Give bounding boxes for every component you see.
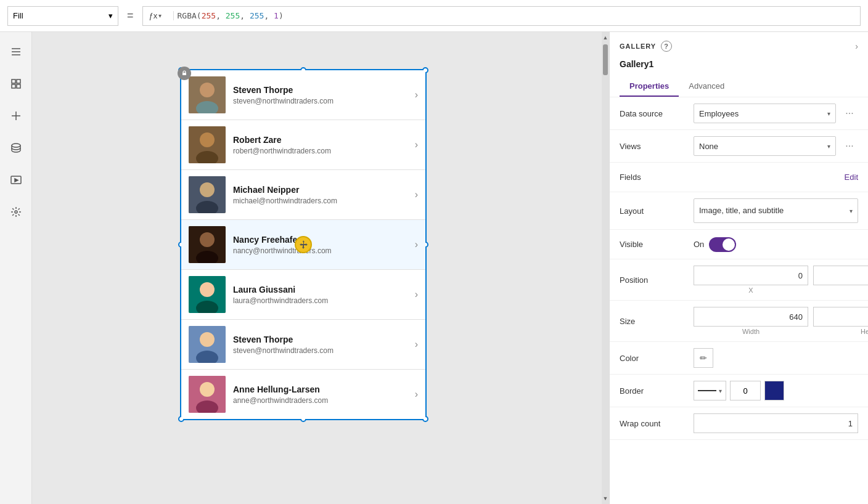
size-height-group: Height (813, 307, 868, 335)
scroll-down-arrow[interactable]: ▼ (602, 493, 609, 504)
sidebar-hamburger[interactable] (6, 42, 26, 62)
border-control: ▾ (694, 381, 858, 400)
panel-gallery-name: Gallery1 (620, 59, 858, 69)
gallery-item[interactable]: Robert Zare robert@northwindtraders.com … (181, 120, 425, 170)
svg-point-28 (200, 282, 215, 297)
sidebar-media[interactable] (6, 170, 26, 190)
item-email: robert@northwindtraders.com (233, 147, 410, 155)
gallery-widget[interactable]: Steven Thorpe steven@northwindtraders.co… (180, 69, 427, 420)
border-style-select[interactable]: ▾ (694, 381, 726, 400)
item-email: nancy@northwindtraders.com (233, 246, 410, 255)
svg-rect-4 (17, 79, 20, 83)
visible-label: Visible (620, 240, 694, 249)
panel-header: GALLERY ? › Gallery1 Properties Advanced (610, 32, 868, 97)
panel-collapse-button[interactable]: › (855, 41, 858, 51)
visible-toggle[interactable] (709, 237, 736, 252)
item-name: Laura Giussani (233, 285, 410, 295)
item-info: Steven Thorpe steven@northwindtraders.co… (233, 85, 410, 105)
sidebar-database[interactable] (6, 138, 26, 158)
panel-title-row: GALLERY ? › (620, 41, 858, 52)
fields-control: Edit (694, 173, 858, 182)
data-source-more[interactable]: ··· (841, 105, 858, 122)
item-avatar (189, 126, 226, 163)
border-color-swatch[interactable] (764, 381, 784, 400)
color-swatch[interactable]: ✏ (694, 348, 713, 368)
wrap-count-control (694, 413, 858, 433)
equals-sign: = (123, 9, 137, 22)
layout-select[interactable]: Image, title, and subtitle ▾ (694, 198, 858, 223)
gallery-item[interactable]: Steven Thorpe steven@northwindtraders.co… (181, 70, 425, 120)
fx-label: ƒx ▾ (149, 11, 174, 20)
sidebar-tools[interactable] (6, 202, 26, 222)
formula-text: RGBA(255, 255, 255, 1) (178, 11, 284, 20)
wrap-count-input[interactable] (694, 413, 858, 433)
size-height-label: Height (813, 328, 868, 335)
svg-point-16 (200, 83, 215, 97)
layout-chevron: ▾ (850, 208, 853, 214)
position-x-input[interactable] (694, 266, 808, 285)
item-avatar (189, 376, 226, 413)
tab-properties[interactable]: Properties (620, 76, 679, 97)
item-chevron-icon: › (415, 239, 418, 250)
layout-label: Layout (620, 206, 694, 216)
sidebar-layers[interactable] (6, 74, 26, 94)
views-label: Views (620, 142, 694, 151)
panel-title: GALLERY ? (620, 41, 672, 52)
panel-body: Data source Employees ▾ ··· Views None ▾ (610, 97, 868, 504)
gallery-item[interactable]: Steven Thorpe steven@northwindtraders.co… (181, 320, 425, 370)
gallery-item[interactable]: Michael Neipper michael@northwindtraders… (181, 170, 425, 220)
svg-point-12 (15, 211, 17, 213)
item-chevron-icon: › (415, 289, 418, 300)
canvas-area[interactable]: Steven Thorpe steven@northwindtraders.co… (32, 32, 609, 504)
panel-title-text: GALLERY (620, 43, 656, 50)
panel-help-button[interactable]: ? (661, 41, 672, 52)
views-more[interactable]: ··· (841, 137, 858, 155)
position-y-input[interactable] (813, 266, 868, 285)
right-panel: GALLERY ? › Gallery1 Properties Advanced (609, 32, 868, 504)
border-width-input[interactable] (730, 381, 761, 400)
lock-icon[interactable] (178, 67, 191, 80)
item-info: Nancy Freehafer nancy@northwindtraders.c… (233, 235, 410, 255)
svg-rect-3 (12, 79, 15, 83)
size-height-input[interactable] (813, 307, 868, 327)
wrap-count-label: Wrap count (620, 419, 694, 428)
prop-position: Position X Y (610, 259, 868, 301)
views-value: None (699, 142, 718, 151)
size-width-label: Width (694, 328, 808, 335)
canvas-scrollbar[interactable]: ▲ ▼ (602, 32, 609, 504)
views-control: None ▾ ··· (694, 136, 858, 156)
item-chevron-icon: › (415, 139, 418, 150)
scroll-up-arrow[interactable]: ▲ (602, 32, 609, 43)
fill-chevron: ▾ (108, 11, 113, 20)
gallery-item[interactable]: Nancy Freehafer nancy@northwindtraders.c… (181, 220, 425, 270)
fill-label: Fill (13, 11, 23, 20)
item-info: Laura Giussani laura@northwindtraders.co… (233, 285, 410, 305)
item-avatar (189, 76, 226, 113)
views-select[interactable]: None ▾ (694, 136, 836, 156)
prop-size: Size Width Height (610, 301, 868, 342)
item-name: Michael Neipper (233, 185, 410, 195)
item-name: Nancy Freehafer (233, 235, 410, 245)
fill-dropdown[interactable]: Fill ▾ (7, 6, 118, 26)
svg-point-22 (200, 182, 215, 197)
item-email: laura@northwindtraders.com (233, 296, 410, 305)
fields-edit-link[interactable]: Edit (845, 173, 858, 182)
item-chevron-icon: › (415, 339, 418, 350)
size-width-input[interactable] (694, 307, 808, 327)
gallery-item[interactable]: Laura Giussani laura@northwindtraders.co… (181, 270, 425, 320)
border-line-icon (698, 390, 716, 391)
size-label: Size (620, 317, 694, 326)
item-name: Anne Hellung-Larsen (233, 384, 410, 394)
sidebar-add[interactable] (6, 106, 26, 126)
tab-advanced[interactable]: Advanced (679, 76, 734, 97)
position-y-group: Y (813, 266, 868, 294)
data-source-select[interactable]: Employees ▾ (694, 104, 836, 123)
gallery-item[interactable]: Anne Hellung-Larsen anne@northwindtrader… (181, 370, 425, 419)
border-label: Border (620, 386, 694, 396)
scroll-thumb[interactable] (603, 44, 608, 75)
prop-data-source: Data source Employees ▾ ··· (610, 97, 868, 130)
size-inputs: Width Height (694, 307, 868, 335)
formula-bar[interactable]: ƒx ▾ RGBA(255, 255, 255, 1) (142, 6, 861, 26)
item-email: steven@northwindtraders.com (233, 346, 410, 355)
item-name: Steven Thorpe (233, 335, 410, 344)
